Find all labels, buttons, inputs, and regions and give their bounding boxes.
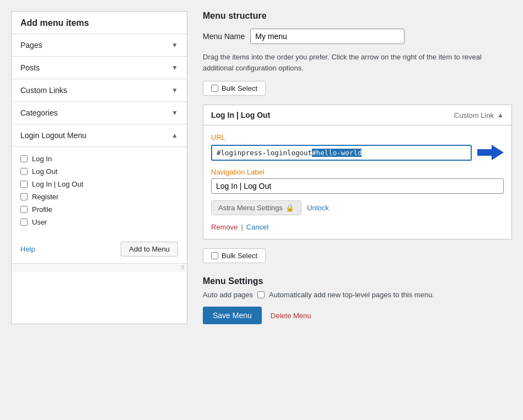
register-checkbox[interactable] [20,193,28,200]
drag-instruction: Drag the items into the order you prefer… [203,52,512,73]
bulk-select-top-button[interactable]: Bulk Select [203,81,266,96]
footer-buttons: Save Menu Delete Menu [203,307,512,324]
accordion-pages-arrow: ▼ [171,41,178,49]
list-item: Log In | Log Out [20,178,178,190]
bulk-select-bottom-button[interactable]: Bulk Select [203,248,266,263]
log-out-label: Log Out [32,167,57,176]
url-input[interactable]: #loginpress-loginlogout#hello-world [211,145,472,161]
auto-add-description: Automatically add new top-level pages to… [269,291,434,299]
astra-settings-label: Astra Menu Settings [218,204,283,212]
user-checkbox[interactable] [20,219,28,226]
accordion-categories-arrow: ▼ [171,109,178,117]
add-menu-items-panel: Add menu items Pages ▼ Posts ▼ Custom Li… [11,11,187,324]
accordion-custom-links: Custom Links ▼ [12,79,187,101]
log-in-checkbox[interactable] [20,155,28,162]
chevron-up-icon[interactable]: ▲ [497,111,504,119]
delete-menu-link[interactable]: Delete Menu [271,312,311,320]
cancel-link[interactable]: Cancel [246,223,268,231]
menu-item-body: URL #loginpress-loginlogout#hello-world … [203,126,511,239]
accordion-login-logout-label: Login Logout Menu [20,131,87,140]
accordion-pages: Pages ▼ [12,34,187,56]
accordion-custom-links-arrow: ▼ [171,86,178,94]
accordion-posts-header[interactable]: Posts ▼ [12,57,187,79]
menu-name-row: Menu Name [203,29,512,44]
accordion-custom-links-label: Custom Links [20,86,67,95]
nav-label-field-label: Navigation Label [211,168,504,176]
menu-item-title: Log In | Log Out [211,111,270,119]
separator: | [241,223,242,231]
url-field-label: URL [211,133,504,141]
accordion-categories: Categories ▼ [12,101,187,124]
bulk-select-top-label: Bulk Select [222,84,257,92]
bulk-select-top-row: Bulk Select [203,81,512,96]
list-item: Register [20,190,178,203]
log-in-label: Log In [32,155,52,163]
accordion-categories-header[interactable]: Categories ▼ [12,102,187,124]
action-row: Remove | Cancel [211,223,504,231]
bulk-select-bottom-checkbox[interactable] [211,252,218,259]
profile-label: Profile [32,205,52,214]
accordion-posts: Posts ▼ [12,56,187,79]
auto-add-label: Auto add pages [203,291,253,299]
bulk-select-bottom-label: Bulk Select [222,252,257,260]
add-to-menu-button[interactable]: Add to Menu [121,242,178,257]
accordion-login-logout-arrow: ▲ [171,132,178,139]
url-arrow-indicator [477,144,504,161]
menu-item-card: Log In | Log Out Custom Link ▲ URL #logi… [203,105,512,239]
list-item: Log In [20,152,178,165]
lock-icon: 🔒 [285,204,294,212]
remove-link[interactable]: Remove [211,223,238,231]
nav-label-input[interactable] [211,178,504,194]
right-panel-title: Menu structure [203,11,512,21]
bulk-select-bottom-row: Bulk Select [203,248,512,263]
help-link[interactable]: Help [20,245,35,253]
menu-item-type-label: Custom Link [454,111,494,119]
accordion-login-logout-header[interactable]: Login Logout Menu ▲ [12,124,187,146]
list-item: Profile [20,203,178,216]
url-normal-part: #loginpress-loginlogout [217,149,312,157]
astra-settings-button[interactable]: Astra Menu Settings 🔒 [211,200,301,215]
log-in-log-out-label: Log In | Log Out [32,180,83,188]
log-out-checkbox[interactable] [20,168,28,175]
save-menu-button[interactable]: Save Menu [203,307,262,324]
auto-add-checkbox[interactable] [257,291,265,298]
accordion-categories-label: Categories [20,108,58,117]
url-highlight-part: #hello-world [312,149,362,157]
resize-icon: ⠿ [181,265,185,271]
astra-settings-row: Astra Menu Settings 🔒 Unlock [211,200,504,215]
list-item: User [20,216,178,228]
menu-structure-panel: Menu structure Menu Name Drag the items … [203,11,512,324]
user-label: User [32,218,47,226]
svg-marker-0 [477,145,504,160]
accordion-footer: Help Add to Menu [12,237,187,263]
accordion-pages-label: Pages [20,41,42,50]
auto-add-row: Auto add pages Automatically add new top… [203,291,512,299]
url-input-row: #loginpress-loginlogout#hello-world [211,144,504,161]
accordion-login-logout: Login Logout Menu ▲ Log In Log Out Log I… [12,124,187,263]
bulk-select-top-checkbox[interactable] [211,85,218,92]
accordion-posts-label: Posts [20,63,40,72]
list-item: Log Out [20,165,178,178]
blue-arrow-icon [477,144,504,161]
unlock-link[interactable]: Unlock [307,204,329,212]
menu-name-label: Menu Name [203,32,245,41]
resize-handle[interactable]: ⠿ [12,263,187,272]
accordion-pages-header[interactable]: Pages ▼ [12,34,187,56]
log-in-log-out-checkbox[interactable] [20,181,28,188]
menu-name-input[interactable] [250,29,405,44]
profile-checkbox[interactable] [20,206,28,213]
left-panel-title: Add menu items [12,12,187,34]
accordion-posts-arrow: ▼ [171,64,178,72]
login-logout-content: Log In Log Out Log In | Log Out Register… [12,146,187,237]
register-label: Register [32,193,58,201]
menu-settings-title: Menu Settings [203,276,512,286]
menu-item-type: Custom Link ▲ [454,111,504,119]
accordion-custom-links-header[interactable]: Custom Links ▼ [12,79,187,101]
menu-item-header: Log In | Log Out Custom Link ▲ [203,105,511,126]
